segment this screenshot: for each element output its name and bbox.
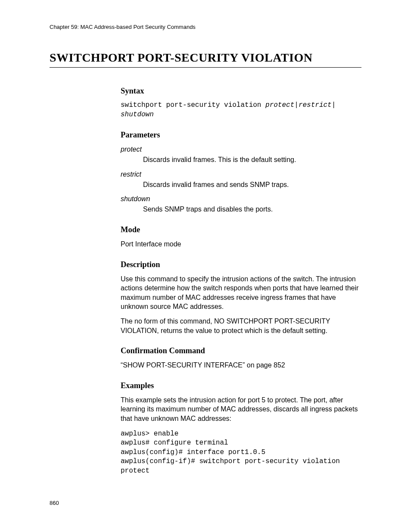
syntax-sep: | <box>294 101 299 109</box>
syntax-heading: Syntax <box>121 87 361 96</box>
examples-heading: Examples <box>121 381 361 390</box>
content-area: Syntax switchport port-security violatio… <box>121 87 361 476</box>
confirmation-text: “SHOW PORT-SECURITY INTERFACE” on page 8… <box>121 361 361 370</box>
param-term: protect <box>121 146 361 153</box>
param-desc: Discards invalid frames and sends SNMP t… <box>143 180 361 190</box>
syntax-fixed: switchport port-security violation <box>121 101 265 109</box>
syntax-sep: | <box>332 101 336 109</box>
syntax-arg-restrict: restrict <box>299 101 332 109</box>
description-heading: Description <box>121 260 361 269</box>
mode-text: Port Interface mode <box>121 240 361 249</box>
chapter-header: Chapter 59: MAC Address-based Port Secur… <box>50 24 361 30</box>
param-term: restrict <box>121 171 361 178</box>
syntax-arg-shutdown: shutdown <box>121 111 154 118</box>
page-number: 860 <box>50 500 59 506</box>
param-desc: Sends SNMP traps and disables the ports. <box>143 205 361 214</box>
examples-intro: This example sets the intrusion action f… <box>121 395 361 423</box>
syntax-command: switchport port-security violation prote… <box>121 101 361 119</box>
description-p1: Use this command to specify the intrusio… <box>121 274 361 311</box>
examples-code: awplus> enable awplus# configure termina… <box>121 429 361 476</box>
syntax-arg-protect: protect <box>265 101 294 109</box>
param-desc: Discards invalid frames. This is the def… <box>143 155 361 165</box>
page-title: SWITCHPORT PORT-SECURITY VIOLATION <box>50 51 361 68</box>
description-p2: The no form of this command, NO SWITCHPO… <box>121 317 361 335</box>
mode-heading: Mode <box>121 225 361 234</box>
confirmation-heading: Confirmation Command <box>121 346 361 355</box>
parameters-heading: Parameters <box>121 131 361 140</box>
param-term: shutdown <box>121 195 361 203</box>
